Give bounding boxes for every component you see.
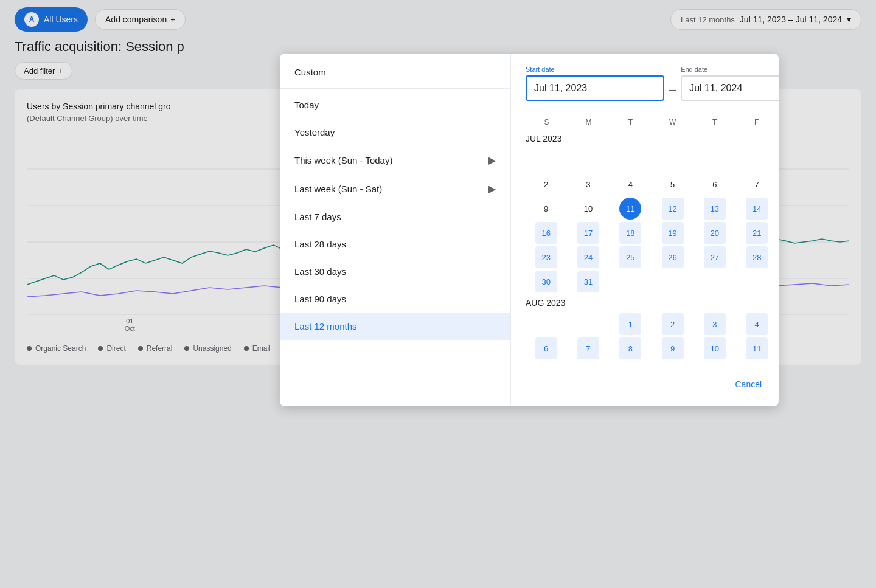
cal-cell-jul-9[interactable]: 9 [535, 198, 557, 220]
cal-cell-jul-18[interactable]: 18 [619, 222, 641, 244]
menu-item-custom[interactable]: Custom [280, 58, 510, 89]
menu-item-last30[interactable]: Last 30 days [280, 258, 510, 285]
cal-cell-aug-2[interactable]: 2 [662, 313, 684, 335]
cal-cell-empty [535, 313, 557, 335]
cal-cell-empty [746, 271, 768, 292]
arrow-icon: ▶ [488, 154, 496, 166]
cal-cell-jul-13[interactable]: 13 [704, 198, 726, 220]
cal-cell-jul-10[interactable]: 10 [577, 198, 599, 220]
cal-cell-jul-16[interactable]: 16 [535, 222, 557, 244]
cal-cell-aug-6[interactable]: 6 [535, 337, 557, 359]
day-header-w: W [652, 116, 693, 129]
start-date-label: Start date [526, 66, 664, 73]
dropdown-panel: Custom Today Yesterday This week (Sun - … [280, 54, 779, 406]
menu-item-last28-label: Last 28 days [294, 239, 346, 249]
cal-cell-jul-6[interactable]: 6 [704, 173, 726, 195]
cal-cell-empty [704, 271, 726, 292]
menu-item-last90[interactable]: Last 90 days [280, 285, 510, 313]
menu-item-last90-label: Last 90 days [294, 294, 346, 304]
cal-grid-jul2023: 1 2 3 4 5 6 7 8 9 10 11 12 13 14 15 16 1… [526, 148, 779, 293]
calendar-day-headers: S M T W T F S [526, 116, 779, 129]
menu-item-this-week[interactable]: This week (Sun - Today) ▶ [280, 146, 510, 175]
cal-cell-jul-23[interactable]: 23 [535, 246, 557, 268]
day-header-f: F [735, 116, 777, 129]
day-header-s2: S [777, 116, 779, 129]
menu-item-last7-label: Last 7 days [294, 212, 341, 222]
menu-item-today-label: Today [294, 100, 319, 110]
menu-item-today[interactable]: Today [280, 91, 510, 119]
cancel-button[interactable]: Cancel [726, 375, 772, 394]
cal-cell-empty [619, 149, 641, 171]
cal-cell-jul-26[interactable]: 26 [662, 246, 684, 268]
cal-cell-jul-2[interactable]: 2 [535, 173, 557, 195]
cal-cell-aug-4[interactable]: 4 [746, 313, 768, 335]
cal-cell-jul-30[interactable]: 30 [535, 271, 557, 292]
cal-grid-aug2023: 1 2 3 4 5 6 7 8 9 10 11 12 [526, 313, 779, 360]
cal-cell-jul-14[interactable]: 14 [746, 198, 768, 220]
action-buttons: Cancel Apply [526, 365, 779, 394]
cal-cell-aug-7[interactable]: 7 [577, 337, 599, 359]
cal-cell-jul-25[interactable]: 25 [619, 246, 641, 268]
cal-cell-jul-31[interactable]: 31 [577, 271, 599, 292]
end-date-input[interactable] [681, 75, 779, 101]
cal-cell-empty [577, 149, 599, 171]
menu-item-custom-label: Custom [294, 67, 326, 77]
date-inputs: Start date – End date [526, 66, 779, 101]
cal-cell-jul-28[interactable]: 28 [746, 246, 768, 268]
menu-item-last30-label: Last 30 days [294, 266, 346, 277]
cal-cell-jul-7[interactable]: 7 [746, 173, 768, 195]
start-date-input[interactable] [526, 75, 664, 101]
cal-cell-empty [577, 313, 599, 335]
cal-cell-jul-5[interactable]: 5 [662, 173, 684, 195]
month-label-jul2023: JUL 2023 [526, 134, 779, 144]
menu-item-yesterday-label: Yesterday [294, 127, 335, 137]
menu-item-last12months[interactable]: Last 12 months [280, 313, 510, 340]
cal-cell-jul-3[interactable]: 3 [577, 173, 599, 195]
day-header-t2: T [693, 116, 735, 129]
cal-cell-aug-1[interactable]: 1 [619, 313, 641, 335]
cal-cell-aug-9[interactable]: 9 [662, 337, 684, 359]
day-header-t1: T [610, 116, 652, 129]
cal-cell-aug-3[interactable]: 3 [704, 313, 726, 335]
end-date-group: End date [681, 66, 779, 101]
cal-cell-empty [662, 149, 684, 171]
cal-cell-jul-21[interactable]: 21 [746, 222, 768, 244]
arrow-icon: ▶ [488, 183, 496, 195]
cal-cell-empty [704, 149, 726, 171]
cal-cell-jul-20[interactable]: 20 [704, 222, 726, 244]
menu-item-last-week[interactable]: Last week (Sun - Sat) ▶ [280, 175, 510, 203]
menu-item-yesterday[interactable]: Yesterday [280, 119, 510, 146]
menu-item-last-week-label: Last week (Sun - Sat) [294, 184, 382, 194]
start-date-group: Start date [526, 66, 664, 101]
menu-item-last28[interactable]: Last 28 days [280, 230, 510, 258]
cal-cell-jul-11[interactable]: 11 [619, 198, 641, 220]
cal-cell-empty [746, 149, 768, 171]
menu-item-last7[interactable]: Last 7 days [280, 203, 510, 230]
cal-cell-jul-17[interactable]: 17 [577, 222, 599, 244]
cal-cell-jul-12[interactable]: 12 [662, 198, 684, 220]
menu-list: Custom Today Yesterday This week (Sun - … [280, 54, 511, 406]
cal-cell-empty [535, 149, 557, 171]
cal-cell-empty [662, 271, 684, 292]
end-date-label: End date [681, 66, 779, 73]
cal-cell-jul-19[interactable]: 19 [662, 222, 684, 244]
date-dash: – [669, 83, 676, 97]
menu-item-this-week-label: This week (Sun - Today) [294, 155, 392, 165]
calendar-panel: Start date – End date S M T W T F S JUL … [511, 54, 779, 406]
cal-cell-aug-10[interactable]: 10 [704, 337, 726, 359]
cal-cell-jul-4[interactable]: 4 [619, 173, 641, 195]
cal-cell-aug-8[interactable]: 8 [619, 337, 641, 359]
cal-cell-jul-27[interactable]: 27 [704, 246, 726, 268]
menu-item-last12months-label: Last 12 months [294, 321, 357, 331]
cal-cell-aug-11[interactable]: 11 [746, 337, 768, 359]
day-header-s1: S [526, 116, 568, 129]
month-label-aug2023: AUG 2023 [526, 298, 779, 308]
cal-cell-empty [619, 271, 641, 292]
cal-cell-jul-24[interactable]: 24 [577, 246, 599, 268]
day-header-m: M [568, 116, 610, 129]
